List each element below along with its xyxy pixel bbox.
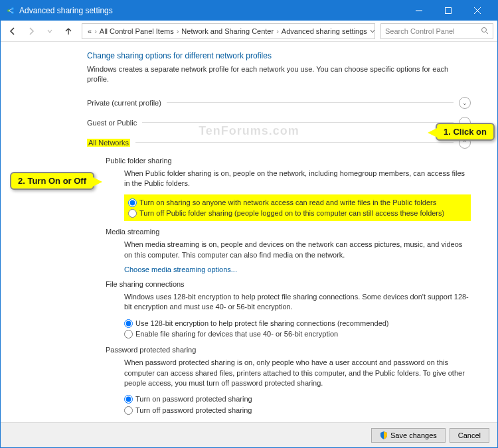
section-private[interactable]: Private (current profile) ⌄ — [87, 93, 471, 113]
breadcrumb-overflow[interactable]: « — [86, 27, 93, 35]
content-area: Change sharing options for different net… — [1, 42, 497, 423]
chevron-right-icon: › — [276, 27, 279, 35]
public-folder-radio-group: Turn on sharing so anyone with network a… — [124, 194, 471, 222]
radio-4056bit[interactable] — [124, 330, 133, 338]
radio-password-off[interactable] — [124, 406, 133, 415]
button-label: Save changes — [390, 431, 437, 439]
toolbar: « › All Control Panel Items › Network an… — [1, 21, 497, 42]
chevron-right-icon: › — [177, 27, 179, 35]
subsection-public-folder: Public folder sharing When Public folder… — [106, 157, 471, 221]
radio-label[interactable]: Turn on sharing so anyone with network a… — [139, 198, 467, 207]
media-options-link[interactable]: Choose media streaming options... — [124, 265, 237, 273]
subsection-title: Public folder sharing — [106, 157, 172, 165]
search-input[interactable]: Search Control Panel — [380, 23, 493, 39]
section-label: Private (current profile) — [87, 99, 161, 107]
radio-public-on[interactable] — [128, 198, 137, 207]
breadcrumb-dropdown[interactable] — [370, 24, 375, 38]
callout-2: 2. Turn On or Off — [10, 172, 94, 190]
subsection-media: Media streaming When media streaming is … — [106, 228, 471, 273]
radio-password-on[interactable] — [124, 395, 133, 404]
shield-icon — [380, 431, 388, 439]
back-button[interactable] — [5, 23, 21, 39]
section-guest[interactable]: Guest or Public ⌄ — [87, 113, 471, 133]
subsection-title: Media streaming — [106, 228, 159, 236]
section-label: All Networks — [87, 139, 130, 147]
radio-label[interactable]: Enable file sharing for devices that use… — [135, 329, 471, 338]
subsection-description: When Public folder sharing is on, people… — [124, 169, 471, 189]
subsection-description: Windows uses 128-bit encryption to help … — [124, 292, 471, 313]
up-button[interactable] — [60, 23, 76, 39]
page-description: Windows creates a separate network profi… — [87, 64, 471, 85]
save-button[interactable]: Save changes — [371, 428, 446, 443]
subsection-file-connections: File sharing connections Windows uses 12… — [106, 280, 471, 339]
close-button[interactable] — [463, 1, 492, 21]
recent-dropdown[interactable] — [42, 23, 58, 39]
radio-label[interactable]: Turn off password protected sharing — [135, 406, 471, 415]
subsection-password: Password protected sharing When password… — [106, 346, 471, 415]
section-label: Guest or Public — [87, 119, 137, 127]
password-radio-group: Turn on password protected sharing Turn … — [124, 394, 471, 415]
button-label: Cancel — [458, 431, 481, 439]
maximize-button[interactable] — [434, 1, 463, 21]
breadcrumb-item[interactable]: All Control Panel Items — [98, 27, 175, 35]
page-heading: Change sharing options for different net… — [87, 51, 471, 60]
window-title: Advanced sharing settings — [19, 6, 404, 15]
callout-1: 1. Click on — [436, 123, 495, 141]
cancel-button[interactable]: Cancel — [450, 428, 489, 443]
subsection-description: When media streaming is on, people and d… — [124, 240, 471, 260]
search-icon — [481, 27, 489, 36]
titlebar: Advanced sharing settings — [1, 1, 497, 21]
subsection-description: When password protected sharing is on, o… — [124, 358, 471, 388]
radio-label[interactable]: Turn on password protected sharing — [135, 394, 471, 404]
breadcrumb[interactable]: « › All Control Panel Items › Network an… — [82, 23, 375, 39]
chevron-down-icon[interactable]: ⌄ — [459, 97, 471, 109]
footer: Save changes Cancel — [1, 422, 497, 447]
radio-128bit[interactable] — [124, 319, 133, 328]
radio-label[interactable]: Turn off Public folder sharing (people l… — [139, 208, 467, 218]
app-icon — [6, 6, 15, 15]
radio-public-off[interactable] — [128, 209, 137, 218]
chevron-right-icon: › — [94, 27, 97, 35]
svg-line-12 — [486, 32, 488, 34]
subsection-title: Password protected sharing — [106, 346, 196, 354]
minimize-button[interactable] — [404, 1, 434, 21]
forward-button[interactable] — [23, 23, 39, 39]
file-conn-radio-group: Use 128-bit encryption to help protect f… — [124, 318, 471, 340]
breadcrumb-item[interactable]: Network and Sharing Center — [180, 27, 275, 35]
svg-rect-6 — [446, 8, 452, 14]
radio-label[interactable]: Use 128-bit encryption to help protect f… — [135, 319, 471, 328]
section-all-networks[interactable]: All Networks ⌃ — [87, 133, 471, 153]
svg-point-11 — [482, 27, 487, 32]
search-placeholder: Search Control Panel — [385, 27, 455, 35]
breadcrumb-item[interactable]: Advanced sharing settings — [280, 27, 369, 35]
subsection-title: File sharing connections — [106, 280, 185, 288]
